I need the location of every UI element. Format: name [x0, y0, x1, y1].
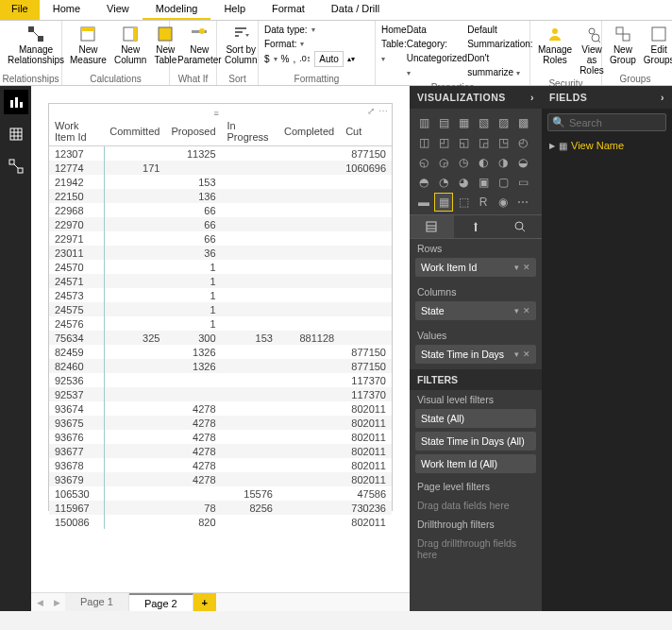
- viz-type-icon[interactable]: ▧: [475, 114, 492, 131]
- table-row[interactable]: 936794278802011: [49, 472, 392, 486]
- viz-type-icon[interactable]: ▦: [435, 194, 452, 211]
- table-row[interactable]: 1230711325877150: [49, 146, 392, 162]
- viz-type-icon[interactable]: ◷: [455, 154, 472, 171]
- rows-field-well[interactable]: Work Item Id▾✕: [415, 258, 536, 277]
- chevron-right-icon[interactable]: ›: [661, 92, 664, 103]
- viz-type-icon[interactable]: ▤: [435, 114, 452, 131]
- chevron-down-icon[interactable]: ▾: [407, 69, 411, 77]
- table-row[interactable]: 92537117370: [49, 387, 392, 401]
- table-row[interactable]: 150086820802011: [49, 515, 392, 529]
- table-row[interactable]: 245701: [49, 260, 392, 274]
- viz-type-icon[interactable]: ▭: [514, 174, 531, 191]
- table-row[interactable]: 2297066: [49, 217, 392, 231]
- viz-type-icon[interactable]: ▦: [455, 114, 472, 131]
- report-canvas[interactable]: ≡ ⤢ ⋯ Work Item IdCommittedProposedIn Pr…: [31, 86, 410, 592]
- table-row[interactable]: 245711: [49, 274, 392, 288]
- table-row[interactable]: 22150136: [49, 189, 392, 203]
- tab-view[interactable]: View: [93, 0, 143, 20]
- filter-state[interactable]: State (All): [415, 409, 536, 428]
- table-row[interactable]: 245731: [49, 288, 392, 302]
- grip-icon[interactable]: ≡: [214, 109, 227, 112]
- viz-type-icon[interactable]: ▩: [514, 114, 531, 131]
- viz-type-icon[interactable]: ◐: [475, 154, 492, 171]
- chevron-right-icon[interactable]: ›: [530, 92, 534, 103]
- decimals-icon[interactable]: .0↕: [299, 53, 311, 66]
- viz-type-icon[interactable]: ◰: [435, 134, 452, 151]
- chevron-down-icon[interactable]: ▾: [514, 306, 519, 315]
- tab-help[interactable]: Help: [210, 0, 259, 20]
- table-row[interactable]: 2297166: [49, 231, 392, 246]
- drag-drill-fields[interactable]: Drag drillthrough fields here: [410, 534, 542, 564]
- new-column-button[interactable]: New Column: [110, 23, 150, 67]
- chevron-down-icon[interactable]: ▾: [381, 55, 385, 63]
- drag-page-fields[interactable]: Drag data fields here: [410, 496, 542, 515]
- column-header[interactable]: Completed: [278, 117, 340, 146]
- table-row[interactable]: 1065301557647586: [49, 486, 392, 501]
- more-options-icon[interactable]: ⋯: [378, 106, 388, 116]
- format-tab[interactable]: [454, 215, 498, 238]
- page-tab-2[interactable]: Page 2: [129, 593, 193, 611]
- remove-icon[interactable]: ✕: [523, 263, 530, 272]
- focus-mode-icon[interactable]: ⤢: [367, 106, 375, 116]
- chevron-down-icon[interactable]: ▾: [274, 54, 277, 65]
- remove-icon[interactable]: ✕: [523, 349, 530, 359]
- stepper-icon[interactable]: ▴▾: [347, 54, 355, 65]
- new-measure-button[interactable]: New Measure: [66, 23, 110, 67]
- column-header[interactable]: Committed: [104, 117, 165, 146]
- table-row[interactable]: 2301136: [49, 246, 392, 260]
- table-node-view-name[interactable]: ▶ ▦ View Name: [549, 140, 664, 151]
- viz-type-icon[interactable]: ▨: [495, 114, 512, 131]
- data-view-button[interactable]: [4, 122, 28, 146]
- table-row[interactable]: 936744278802011: [49, 401, 392, 416]
- viz-type-icon[interactable]: ▣: [475, 174, 492, 191]
- viz-type-icon[interactable]: ▢: [495, 174, 512, 191]
- viz-type-icon[interactable]: ◓: [415, 174, 432, 191]
- chevron-down-icon[interactable]: ▾: [300, 39, 304, 50]
- fields-search[interactable]: 🔍: [547, 113, 666, 131]
- table-row[interactable]: 127741711060696: [49, 161, 392, 175]
- table-row[interactable]: 824591326877150: [49, 345, 392, 359]
- tab-data-drill[interactable]: Data / Drill: [318, 0, 393, 20]
- matrix-visual[interactable]: ≡ ⤢ ⋯ Work Item IdCommittedProposedIn Pr…: [48, 103, 393, 511]
- model-view-button[interactable]: [4, 154, 28, 179]
- viz-type-icon[interactable]: ◒: [514, 154, 531, 171]
- viz-type-icon[interactable]: ◶: [435, 154, 452, 171]
- viz-type-icon[interactable]: ◳: [495, 134, 512, 151]
- edit-groups-button[interactable]: Edit Groups: [640, 23, 672, 67]
- column-header[interactable]: Proposed: [165, 117, 221, 146]
- currency-button[interactable]: $: [264, 52, 270, 66]
- chevron-down-icon[interactable]: ▾: [311, 25, 315, 36]
- tab-format[interactable]: Format: [259, 0, 318, 20]
- table-row[interactable]: 936764278802011: [49, 430, 392, 444]
- filter-state-time[interactable]: State Time in Days (All): [415, 432, 536, 451]
- table-row[interactable]: 21942153: [49, 175, 392, 189]
- tab-modeling[interactable]: Modeling: [143, 0, 211, 20]
- chevron-down-icon[interactable]: ▾: [514, 263, 519, 272]
- chevron-down-icon[interactable]: ▾: [516, 69, 520, 77]
- viz-type-icon[interactable]: ◔: [435, 174, 452, 191]
- report-view-button[interactable]: [4, 90, 28, 114]
- column-header[interactable]: In Progress: [222, 117, 278, 146]
- search-input[interactable]: [569, 117, 662, 128]
- viz-type-icon[interactable]: ◑: [495, 154, 512, 171]
- page-tab-1[interactable]: Page 1: [65, 593, 129, 611]
- comma-button[interactable]: ,: [293, 52, 295, 66]
- column-header[interactable]: Cut: [340, 117, 392, 146]
- table-row[interactable]: 936784278802011: [49, 458, 392, 472]
- columns-field-well[interactable]: State▾✕: [415, 301, 536, 320]
- table-row[interactable]: 936754278802011: [49, 416, 392, 430]
- viz-pane-header[interactable]: VISUALIZATIONS ›: [410, 86, 542, 109]
- page-prev-button[interactable]: ◀: [31, 593, 48, 611]
- sort-by-column-button[interactable]: Sort by Column: [221, 23, 260, 67]
- auto-value[interactable]: Auto: [314, 51, 344, 67]
- filter-work-item[interactable]: Work Item Id (All): [415, 454, 536, 473]
- fields-tab[interactable]: [410, 215, 454, 238]
- new-group-button[interactable]: New Group: [606, 23, 640, 67]
- viz-type-icon[interactable]: ⋯: [514, 194, 531, 211]
- file-tab[interactable]: File: [0, 0, 40, 20]
- column-header[interactable]: Work Item Id: [49, 117, 104, 146]
- expand-icon[interactable]: ▶: [549, 142, 555, 150]
- percent-button[interactable]: %: [281, 52, 290, 66]
- tab-home[interactable]: Home: [40, 0, 93, 20]
- table-row[interactable]: 936774278802011: [49, 444, 392, 458]
